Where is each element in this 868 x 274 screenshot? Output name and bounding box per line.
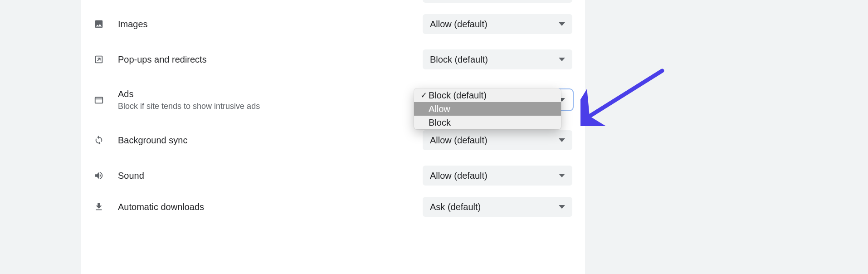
chevron-down-icon <box>559 174 565 177</box>
setting-label: Sound <box>118 170 423 181</box>
chevron-down-icon <box>559 138 565 142</box>
sync-icon <box>93 135 104 146</box>
select-value: Allow (default) <box>430 19 488 29</box>
images-select[interactable]: Allow (default) <box>423 14 572 34</box>
autodl-select[interactable]: Ask (default) <box>423 197 572 217</box>
setting-label: Ads <box>118 88 423 100</box>
ads-icon <box>93 94 104 105</box>
setting-label: Automatic downloads <box>118 201 423 213</box>
option-label: Block <box>429 117 451 128</box>
download-icon <box>93 201 104 212</box>
chevron-down-icon <box>559 22 565 26</box>
option-label: Allow <box>429 104 450 114</box>
check-icon: ✓ <box>420 90 429 100</box>
svg-rect-1 <box>95 98 103 103</box>
setting-row-images: Images Allow (default) <box>81 6 585 42</box>
setting-row-sound: Sound Allow (default) <box>81 158 585 193</box>
setting-row-flash: Flash Ask (default) <box>81 0 585 6</box>
ads-dropdown[interactable]: ✓ Block (default) Allow Block <box>414 88 561 129</box>
dropdown-option[interactable]: Block <box>414 116 561 129</box>
select-value: Ask (default) <box>430 202 481 212</box>
bgsync-select[interactable]: Allow (default) <box>423 130 572 150</box>
annotation-arrow <box>580 67 667 126</box>
chevron-down-icon <box>559 205 565 209</box>
select-value: Block (default) <box>430 54 488 65</box>
setting-row-autodl: Automatic downloads Ask (default) <box>81 193 585 220</box>
setting-label: Background sync <box>118 134 423 146</box>
sound-icon <box>93 170 104 181</box>
popup-icon <box>93 54 104 65</box>
sound-select[interactable]: Allow (default) <box>423 166 572 186</box>
popups-select[interactable]: Block (default) <box>423 49 572 69</box>
settings-panel: Flash Ask (default) Images Allow (defaul… <box>81 0 585 274</box>
svg-line-3 <box>590 71 662 116</box>
setting-row-ads: Ads Block if site tends to show intrusiv… <box>81 77 585 122</box>
chevron-down-icon <box>559 58 565 61</box>
flash-select[interactable]: Ask (default) <box>423 0 572 3</box>
select-value: Allow (default) <box>430 171 488 181</box>
setting-sublabel: Block if site tends to show intrusive ad… <box>118 101 423 112</box>
option-label: Block (default) <box>429 90 487 101</box>
setting-label: Images <box>118 18 423 30</box>
dropdown-option[interactable]: Allow <box>414 102 561 116</box>
setting-row-popups: Pop-ups and redirects Block (default) <box>81 42 585 77</box>
select-value: Allow (default) <box>430 135 488 146</box>
setting-label: Pop-ups and redirects <box>118 54 423 65</box>
dropdown-option[interactable]: ✓ Block (default) <box>414 88 561 102</box>
image-icon <box>93 19 104 29</box>
